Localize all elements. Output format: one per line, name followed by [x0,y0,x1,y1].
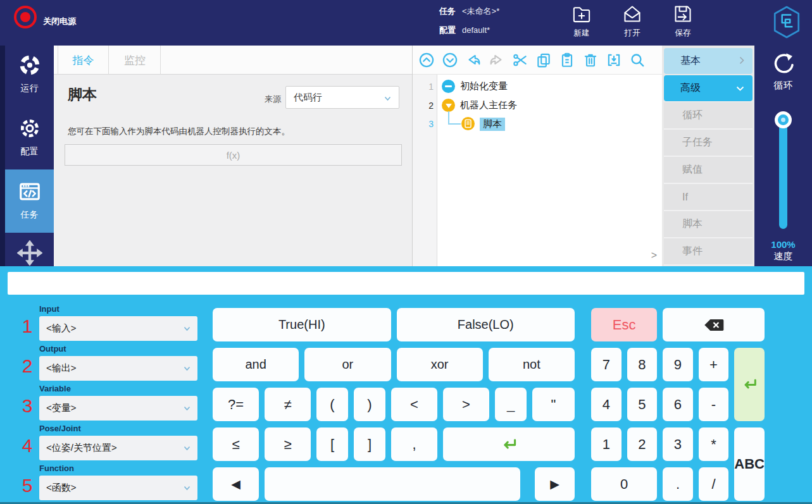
speed-slider-handle[interactable] [775,111,792,128]
insert-icon[interactable] [606,52,622,68]
key-or[interactable]: or [304,348,390,381]
open-task-button[interactable]: 打开 [613,3,652,39]
key-4[interactable]: 4 [591,388,621,421]
source-label: 来源 [265,94,281,105]
key-7[interactable]: 7 [591,348,621,381]
key-5[interactable]: 5 [627,388,658,421]
sidebar-run-label: 运行 [5,83,54,94]
key-greater-equal[interactable]: ≥ [265,427,311,461]
sidebar-item-task[interactable]: 任务 [5,180,54,221]
key-dot[interactable]: . [663,467,693,501]
key-bracket-open[interactable]: [ [316,427,348,461]
cycle-icon[interactable] [771,51,796,78]
sidebar-item-config[interactable]: 配置 [5,116,54,157]
key-6[interactable]: 6 [663,388,693,421]
key-bracket-close[interactable]: ] [354,427,385,461]
space-key[interactable] [265,467,520,501]
key-slash[interactable]: / [699,467,729,501]
move-down-icon[interactable] [442,52,458,68]
key-and[interactable]: and [213,348,299,381]
copy-icon[interactable] [535,52,552,68]
variable-select[interactable]: <变量> [39,396,197,421]
tab-monitor[interactable]: 监控 [109,46,161,75]
esc-key[interactable]: Esc [591,308,657,341]
script-node-icon [461,117,475,130]
key-1[interactable]: 1 [591,427,621,461]
command-item-subtask[interactable]: 子任务 [664,130,753,157]
key-underscore[interactable]: _ [495,388,527,421]
key-cursor-left[interactable]: ◀ [213,467,259,501]
source-select[interactable]: 代码行 [285,86,399,109]
power-off-icon[interactable] [14,6,37,28]
expression-input[interactable] [8,272,804,295]
function-field-label: Function [39,464,74,473]
key-true-hi[interactable]: True(HI) [213,308,391,341]
tab-instruction[interactable]: 指令 [58,46,109,75]
command-item-event[interactable]: 事件 [664,238,753,266]
category-advanced-button[interactable]: 高级 [664,75,753,101]
key-0[interactable]: 0 [591,467,657,501]
init-variables-icon [442,80,455,93]
backspace-key[interactable] [663,308,765,341]
key-xor[interactable]: xor [397,348,483,381]
key-asterisk[interactable]: * [699,427,729,461]
move-up-icon[interactable] [418,52,435,68]
cut-icon[interactable] [512,52,528,68]
tree-row-script[interactable]: 3 脚本 [413,115,662,133]
output-select-value: <输出> [46,362,77,374]
sidebar-config-label: 配置 [5,146,54,157]
key-false-lo[interactable]: False(LO) [397,308,575,341]
sidebar-item-run[interactable]: 运行 [5,53,54,94]
abc-mode-key[interactable]: ABC [734,427,765,501]
output-select[interactable]: <输出> [39,356,197,381]
command-item-loop[interactable]: 循环 [664,102,753,130]
key-paren-open[interactable]: ( [316,388,348,421]
gear-icon [18,132,42,142]
new-task-button[interactable]: 新建 [562,3,601,39]
command-item-if[interactable]: If [664,184,753,211]
key-3[interactable]: 3 [663,427,693,461]
command-item-script[interactable]: 脚本 [664,211,753,238]
redo-icon[interactable] [489,52,505,68]
sidebar-item-move[interactable] [5,240,54,268]
key-greater-than[interactable]: > [443,388,489,421]
search-icon[interactable] [629,52,646,68]
key-less-equal[interactable]: ≤ [213,427,259,461]
function-select[interactable]: <函数> [39,476,197,500]
tree-toolbar [413,46,663,75]
expression-field[interactable]: f(x) [65,144,402,166]
paste-icon[interactable] [559,52,575,68]
tree-expander[interactable]: > [651,250,657,261]
key-8[interactable]: 8 [627,348,658,381]
enter-key[interactable] [734,348,765,421]
key-2[interactable]: 2 [627,427,658,461]
field-number-3: 3 [19,395,35,417]
pose-joint-select[interactable]: <位姿/关节位置> [39,436,197,460]
input-select[interactable]: <输入> [39,316,197,341]
power-off-label[interactable]: 关闭电源 [43,16,76,27]
tree-row-init-variables[interactable]: 1 初始化变量 [413,78,662,95]
key-enter-wide[interactable] [443,427,575,461]
key-9[interactable]: 9 [663,348,693,381]
save-task-button[interactable]: 保存 [663,3,703,39]
speed-slider-track[interactable] [779,119,787,229]
key-less-than[interactable]: < [391,388,437,421]
key-row-symbols-1: ?= ≠ ( ) < > _ " [213,388,575,421]
key-plus[interactable]: + [699,348,729,381]
key-not-equal[interactable]: ≠ [265,388,311,421]
chevron-right-icon [739,56,744,67]
new-file-icon [571,16,592,27]
key-minus[interactable]: - [699,388,729,421]
key-comma[interactable]: , [391,427,437,461]
key-quote[interactable]: " [532,388,575,421]
key-cursor-right[interactable]: ▶ [535,467,575,501]
delete-icon[interactable] [582,52,599,68]
brand-logo-icon [771,4,803,42]
key-assign-query[interactable]: ?= [213,388,259,421]
undo-icon[interactable] [465,52,482,68]
chevron-down-icon [184,486,191,491]
key-not[interactable]: not [489,348,575,381]
category-basic-button[interactable]: 基本 [664,48,753,74]
key-paren-close[interactable]: ) [354,388,385,421]
command-item-assign[interactable]: 赋值 [664,157,753,184]
